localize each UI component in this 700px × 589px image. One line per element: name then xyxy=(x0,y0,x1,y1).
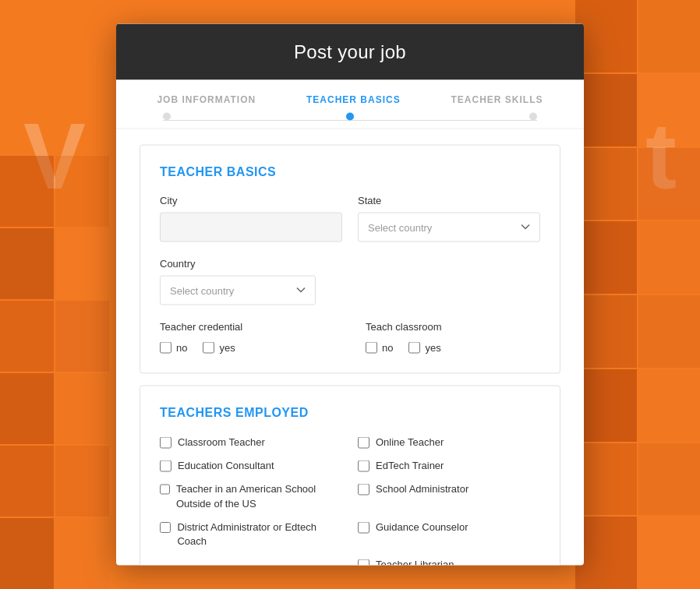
country-group: Country Select country xyxy=(160,258,342,305)
employed-label-teacher-librarian: Teacher Librarian xyxy=(376,558,454,566)
modal-body: TEACHER BASICS City State Select country… xyxy=(116,129,584,566)
employed-item-american-school: Teacher in an American School Outside of… xyxy=(160,482,342,510)
credential-row: Teacher credential no yes Teach classroo xyxy=(160,321,540,354)
employed-checkbox-teacher-librarian[interactable] xyxy=(358,559,369,566)
credential-no-label: no xyxy=(176,342,187,354)
state-select[interactable]: Select country xyxy=(358,213,540,242)
employed-item-district-admin: District Administrator or Edtech Coach xyxy=(160,520,342,548)
modal: Post your job JOB INFORMATION TEACHER BA… xyxy=(116,24,584,566)
employed-checkbox-guidance-counselor[interactable] xyxy=(358,521,369,533)
employed-label-guidance-counselor: Guidance Counselor xyxy=(376,520,468,534)
state-label: State xyxy=(358,195,540,206)
employed-label-edtech-trainer: EdTech Trainer xyxy=(376,459,444,473)
tab-dot-3 xyxy=(529,113,537,121)
city-label: City xyxy=(160,195,342,206)
classroom-yes-item: yes xyxy=(408,342,440,354)
classroom-no-checkbox[interactable] xyxy=(366,342,377,354)
employed-label-classroom-teacher: Classroom Teacher xyxy=(178,436,265,450)
teachers-employed-section: TEACHERS EMPLOYED Classroom Teacher Onli… xyxy=(140,386,560,566)
country-select[interactable]: Select country xyxy=(160,276,316,305)
teacher-credential-group: Teacher credential no yes xyxy=(160,321,334,354)
tab-teacher-basics[interactable]: TEACHER BASICS xyxy=(306,94,401,105)
employed-label-american-school: Teacher in an American School Outside of… xyxy=(176,482,342,510)
employed-checkbox-district-admin[interactable] xyxy=(160,521,171,533)
classroom-yes-label: yes xyxy=(425,342,440,354)
tab-labels: JOB INFORMATION TEACHER BASICS TEACHER S… xyxy=(116,94,584,113)
modal-title: Post your job xyxy=(140,41,560,63)
credential-no-checkbox[interactable] xyxy=(160,342,171,354)
country-label: Country xyxy=(160,258,342,270)
employed-item-guidance-counselor: Guidance Counselor xyxy=(358,520,540,548)
employed-label-district-admin: District Administrator or Edtech Coach xyxy=(177,520,342,548)
employed-item-school-administrator: School Administrator xyxy=(358,482,540,510)
teach-classroom-label: Teach classroom xyxy=(366,321,540,333)
teach-classroom-options: no yes xyxy=(366,342,540,354)
tab-navigation: JOB INFORMATION TEACHER BASICS TEACHER S… xyxy=(116,80,584,129)
employed-item-edtech-trainer: EdTech Trainer xyxy=(358,459,540,473)
employed-item-online-teacher: Online Teacher xyxy=(358,436,540,450)
tab-job-information[interactable]: JOB INFORMATION xyxy=(157,94,256,105)
credential-yes-label: yes xyxy=(219,342,235,354)
tab-teacher-skills[interactable]: TEACHER SKILLS xyxy=(451,94,543,105)
bg-photos-right xyxy=(575,0,700,589)
city-state-row: City State Select country xyxy=(160,195,540,242)
employed-checkbox-online-teacher[interactable] xyxy=(358,437,369,449)
classroom-no-item: no xyxy=(366,342,393,354)
bg-photos-left xyxy=(0,156,109,589)
teacher-basics-section: TEACHER BASICS City State Select country… xyxy=(140,145,560,374)
employed-checkbox-school-administrator[interactable] xyxy=(358,484,369,496)
employed-checkbox-edtech-trainer[interactable] xyxy=(358,460,369,472)
employed-item-classroom-teacher: Classroom Teacher xyxy=(160,436,342,450)
credential-no-item: no xyxy=(160,342,187,354)
state-group: State Select country xyxy=(358,195,540,242)
classroom-yes-checkbox[interactable] xyxy=(408,342,420,354)
empty-group xyxy=(358,258,540,305)
employed-checkbox-classroom-teacher[interactable] xyxy=(160,437,171,449)
employed-checkbox-education-consultant[interactable] xyxy=(160,460,171,472)
city-input[interactable] xyxy=(160,213,342,242)
employed-label-school-administrator: School Administrator xyxy=(376,482,468,496)
country-row: Country Select country xyxy=(160,258,540,305)
employed-item-teacher-librarian: Teacher Librarian xyxy=(358,558,540,566)
tab-dots xyxy=(163,113,537,129)
teacher-credential-options: no yes xyxy=(160,342,334,354)
credential-yes-checkbox[interactable] xyxy=(203,342,214,354)
employed-label-education-consultant: Education Consultant xyxy=(178,459,274,473)
employed-grid: Classroom Teacher Online Teacher Educati… xyxy=(160,436,540,566)
tab-dot-1 xyxy=(163,113,171,121)
city-group: City xyxy=(160,195,342,242)
classroom-no-label: no xyxy=(382,342,393,354)
teacher-basics-title: TEACHER BASICS xyxy=(160,165,540,179)
teachers-employed-title: TEACHERS EMPLOYED xyxy=(160,406,540,420)
employed-checkbox-american-school[interactable] xyxy=(160,484,170,496)
teach-classroom-group: Teach classroom no yes xyxy=(366,321,540,354)
modal-header: Post your job xyxy=(116,24,584,80)
credential-yes-item: yes xyxy=(203,342,235,354)
employed-label-online-teacher: Online Teacher xyxy=(376,436,444,450)
employed-item-education-consultant: Education Consultant xyxy=(160,459,342,473)
teacher-credential-label: Teacher credential xyxy=(160,321,334,333)
tab-dot-2 xyxy=(346,113,354,121)
